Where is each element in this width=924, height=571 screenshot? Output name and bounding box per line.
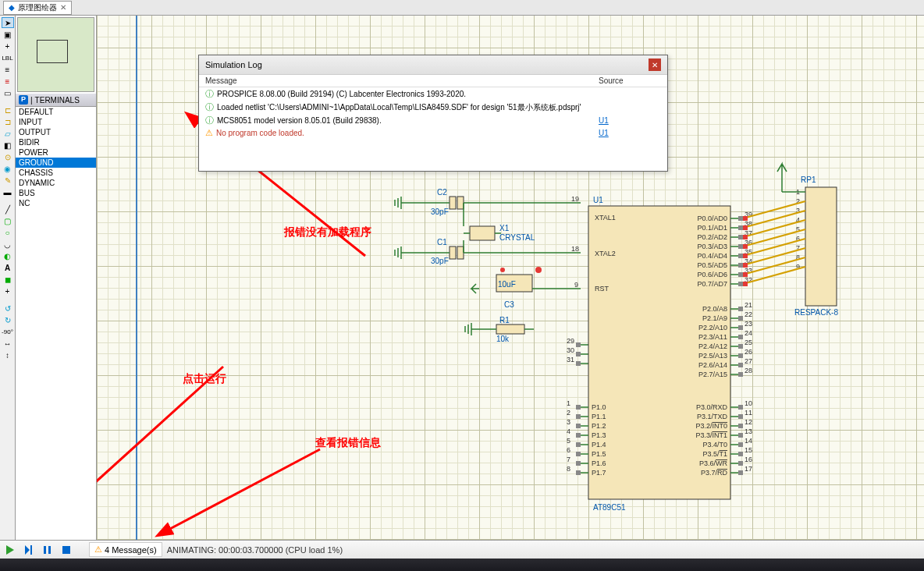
text-tool[interactable]: A [2, 262, 14, 273]
terminal-item-dynamic[interactable]: DYNAMIC [16, 178, 96, 188]
svg-text:6: 6 [567, 446, 570, 454]
svg-text:P1.7: P1.7 [592, 469, 606, 477]
svg-text:R1: R1 [499, 316, 510, 325]
tape-tool[interactable]: ◧ [2, 140, 14, 151]
annotation-view: 查看报错信息 [315, 436, 382, 449]
schematic-canvas[interactable]: X1 CRYSTAL C2 30pF C1 30pF C3 10uF R1 10… [97, 16, 924, 540]
crystal-x1[interactable] [470, 226, 495, 240]
svg-text:29: 29 [567, 337, 574, 345]
svg-rect-80 [738, 216, 743, 221]
terminal-item-output[interactable]: OUTPUT [16, 127, 96, 137]
svg-text:P1.3: P1.3 [592, 431, 606, 439]
pause-button[interactable] [41, 544, 55, 556]
annotation-arrow-view [167, 449, 320, 530]
svg-text:19: 19 [571, 195, 579, 203]
cap-c2[interactable] [450, 197, 456, 209]
terminal-item-default[interactable]: DEFAULT [16, 107, 96, 117]
tool-palette: ➤ ▣ + LBL ≡ ≡ ▭ ⊏ ⊐ ▱ ◧ ⊙ ◉ ✎ ▬ ╱ ▢ ○ ◡ … [0, 16, 16, 540]
flip-h-tool[interactable]: ↔ [2, 338, 14, 349]
svg-text:15: 15 [745, 446, 752, 454]
preview-box [17, 17, 94, 92]
line-tool[interactable]: ╱ [2, 204, 14, 215]
tab-schematic[interactable]: ◆ 原理图绘器 ✕ [3, 1, 72, 15]
svg-rect-164 [738, 452, 743, 456]
svg-text:4: 4 [567, 427, 570, 435]
generator-tool[interactable]: ⊙ [2, 151, 14, 162]
tab-close-icon[interactable]: ✕ [60, 3, 66, 12]
svg-text:P2.5/A13: P2.5/A13 [698, 352, 727, 360]
warning-icon: ⚠ [205, 128, 213, 138]
terminal-item-chassis[interactable]: CHASSIS [16, 168, 96, 178]
arc-tool[interactable]: ◡ [2, 239, 14, 250]
simulation-log-rows: ⓘPROSPICE 8.08.00 (Build 29194) (C) Labc… [199, 87, 667, 139]
svg-text:12: 12 [745, 418, 752, 426]
edit-tool[interactable]: ✎ [2, 175, 14, 186]
svg-rect-88 [738, 235, 743, 239]
step-button[interactable] [22, 544, 36, 556]
svg-text:18: 18 [571, 245, 579, 253]
probe-tool[interactable]: ◉ [2, 163, 14, 174]
respack-rp1[interactable] [805, 187, 837, 306]
svg-text:P0.3/AD3: P0.3/AD3 [697, 243, 727, 250]
simulation-log-headers: Message Source [199, 75, 667, 87]
script-tool[interactable]: ≡ [2, 64, 14, 75]
close-icon[interactable]: ✕ [649, 59, 661, 71]
box-tool[interactable]: ▢ [2, 215, 14, 226]
bus-tool[interactable]: ≡ [2, 76, 14, 87]
svg-text:P3.5/T1: P3.5/T1 [702, 450, 727, 458]
flip-v-tool[interactable]: ↕ [2, 349, 14, 360]
rotate-angle[interactable]: -90° [2, 326, 14, 337]
terminal-tool[interactable]: ⊏ [2, 105, 14, 115]
svg-text:P3.6/WR: P3.6/WR [699, 459, 728, 467]
junction-tool[interactable]: + [2, 41, 14, 51]
svg-rect-104 [738, 272, 743, 277]
label-tool[interactable]: LBL [2, 52, 14, 63]
pin-tool[interactable]: ⊐ [2, 116, 14, 127]
svg-text:10k: 10k [496, 335, 510, 343]
svg-text:P3.7/RD: P3.7/RD [701, 469, 728, 477]
terminal-item-bus[interactable]: BUS [16, 188, 96, 198]
svg-rect-56 [576, 424, 581, 428]
component-tool[interactable]: ▣ [2, 29, 14, 40]
simulation-log-window[interactable]: Simulation Log ✕ Message Source ⓘPROSPIC… [198, 55, 668, 172]
graph-tool[interactable]: ▱ [2, 128, 14, 139]
instrument-tool[interactable]: ▬ [2, 186, 14, 197]
taskbar-strip [0, 559, 924, 571]
svg-text:7: 7 [567, 456, 570, 463]
svg-text:P3.2/INT0: P3.2/INT0 [695, 422, 727, 430]
terminal-item-ground[interactable]: GROUND [16, 158, 96, 168]
svg-text:P3.3/INT1: P3.3/INT1 [695, 431, 727, 439]
svg-text:P2.4/A12: P2.4/A12 [698, 342, 727, 350]
resistor-r1[interactable] [496, 325, 524, 334]
annotation-arrow-run [97, 367, 223, 530]
tab-bar: ◆ 原理图绘器 ✕ [0, 0, 924, 16]
rotate-cw-tool[interactable]: ↻ [2, 314, 14, 325]
terminal-item-input[interactable]: INPUT [16, 117, 96, 127]
simulation-log-titlebar[interactable]: Simulation Log ✕ [199, 55, 667, 75]
svg-text:P3.4/T0: P3.4/T0 [702, 441, 727, 449]
path-tool[interactable]: ◐ [2, 250, 14, 261]
terminal-item-power[interactable]: POWER [16, 147, 96, 158]
svg-rect-72 [576, 461, 581, 466]
preview-component [37, 40, 68, 63]
circle-tool[interactable]: ○ [2, 227, 14, 238]
terminal-item-nc[interactable]: NC [16, 198, 96, 208]
subcircuit-tool[interactable]: ▭ [2, 87, 14, 98]
terminal-item-bidir[interactable]: BIDIR [16, 137, 96, 147]
svg-rect-201 [44, 546, 46, 554]
svg-text:1: 1 [567, 399, 570, 407]
play-button[interactable] [3, 544, 17, 556]
log-row: ⓘMCS8051 model version 8.05.01 (Build 29… [205, 114, 661, 127]
svg-text:RESPACK-8: RESPACK-8 [794, 308, 838, 317]
rotate-ccw-tool[interactable]: ↺ [2, 303, 14, 314]
svg-point-10 [535, 267, 542, 273]
messages-button[interactable]: ⚠ 4 Message(s) [89, 542, 162, 557]
marker-tool[interactable]: + [2, 286, 14, 296]
symbol-tool[interactable]: ◼ [2, 274, 14, 285]
select-tool[interactable]: ➤ [2, 17, 14, 28]
vcc-icon [777, 164, 787, 192]
animation-status: ANIMATING: 00:00:03.700000 (CPU load 1%) [167, 545, 343, 555]
svg-text:XTAL2: XTAL2 [595, 250, 616, 257]
stop-button[interactable] [59, 544, 73, 556]
cap-c1[interactable] [450, 246, 456, 259]
